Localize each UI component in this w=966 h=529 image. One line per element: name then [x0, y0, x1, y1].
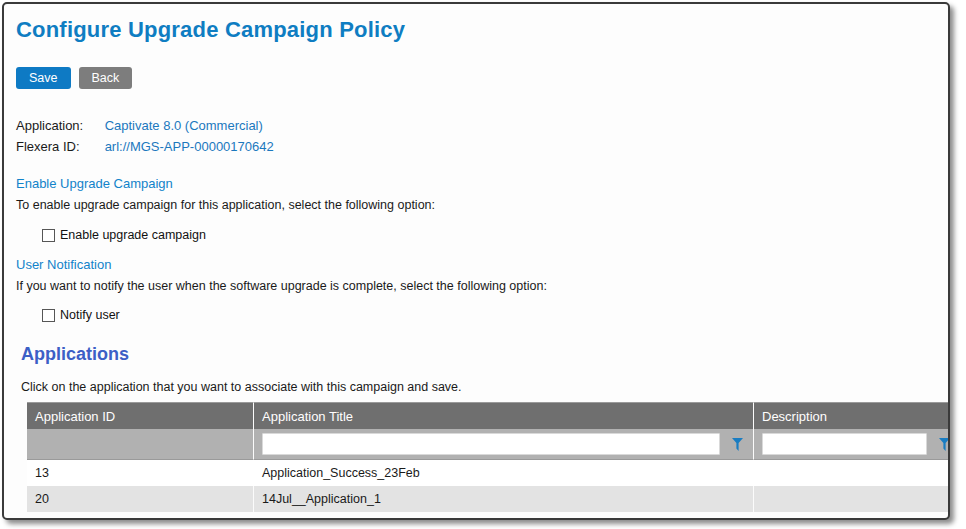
enable-upgrade-campaign-checkbox-label: Enable upgrade campaign — [60, 228, 206, 242]
application-title-filter-funnel-icon[interactable] — [732, 438, 743, 451]
table-row[interactable]: 20 14Jul__Application_1 — [27, 486, 950, 512]
flexera-id-row: Flexera ID: arl://MGS-APP-00000170642 — [16, 136, 938, 157]
filter-cell-application-id — [27, 429, 254, 460]
toolbar: Save Back — [16, 67, 938, 89]
application-label: Application: — [16, 115, 101, 136]
table-filter-row — [27, 429, 950, 460]
notify-user-option: Notify user — [42, 308, 938, 322]
application-link[interactable]: Captivate 8.0 (Commercial) — [105, 118, 263, 133]
cell-description[interactable] — [754, 460, 950, 486]
column-header-application-id[interactable]: Application ID — [27, 402, 254, 429]
enable-upgrade-campaign-checkbox[interactable] — [42, 229, 55, 242]
table-row[interactable]: 13 Application_Success_23Feb — [27, 460, 950, 486]
cell-application-title[interactable]: 14Jul__Application_1 — [254, 486, 754, 512]
enable-upgrade-campaign-description: To enable upgrade campaign for this appl… — [16, 198, 938, 212]
notify-user-checkbox-label: Notify user — [60, 308, 120, 322]
flexera-id-label: Flexera ID: — [16, 136, 101, 157]
table-header-row: Application ID Application Title Descrip… — [27, 402, 950, 429]
back-button[interactable]: Back — [79, 67, 133, 89]
configure-upgrade-campaign-window: Configure Upgrade Campaign Policy Save B… — [2, 2, 950, 520]
description-filter-funnel-icon[interactable] — [939, 438, 950, 451]
application-info: Application: Captivate 8.0 (Commercial) … — [16, 115, 938, 157]
filter-cell-description — [754, 429, 950, 460]
cell-application-id[interactable]: 20 — [27, 486, 254, 512]
application-title-filter-input[interactable] — [262, 433, 720, 455]
notify-user-checkbox[interactable] — [42, 309, 55, 322]
column-header-application-title[interactable]: Application Title — [254, 402, 754, 429]
applications-table: Application ID Application Title Descrip… — [27, 402, 950, 512]
flexera-id-link[interactable]: arl://MGS-APP-00000170642 — [105, 139, 274, 154]
enable-upgrade-campaign-heading: Enable Upgrade Campaign — [16, 176, 938, 191]
user-notification-description: If you want to notify the user when the … — [16, 279, 938, 293]
column-header-description[interactable]: Description — [754, 402, 950, 429]
applications-description: Click on the application that you want t… — [21, 380, 938, 394]
enable-upgrade-campaign-option: Enable upgrade campaign — [42, 228, 938, 242]
page-title: Configure Upgrade Campaign Policy — [16, 17, 938, 43]
application-row: Application: Captivate 8.0 (Commercial) — [16, 115, 938, 136]
applications-heading: Applications — [21, 344, 938, 365]
cell-description[interactable] — [754, 486, 950, 512]
save-button[interactable]: Save — [16, 67, 71, 89]
user-notification-heading: User Notification — [16, 257, 938, 272]
cell-application-id[interactable]: 13 — [27, 460, 254, 486]
cell-application-title[interactable]: Application_Success_23Feb — [254, 460, 754, 486]
description-filter-input[interactable] — [762, 433, 927, 455]
filter-cell-application-title — [254, 429, 754, 460]
